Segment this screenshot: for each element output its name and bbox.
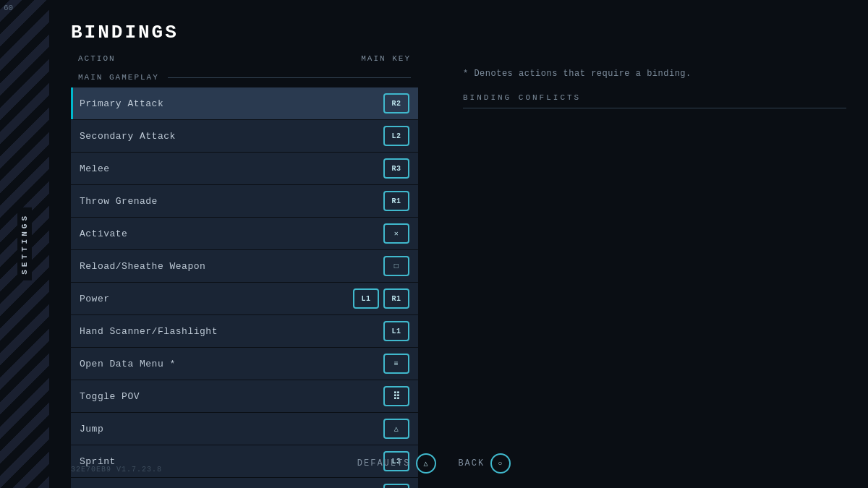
- key-badge-r1-power: R1: [383, 288, 409, 309]
- key-bindings-reload: □: [383, 256, 409, 276]
- section-header-main-gameplay: MAIN GAMEPLAY: [71, 69, 418, 86]
- key-badge-r2: R2: [383, 93, 409, 114]
- key-badge-square: □: [383, 256, 409, 276]
- back-action: BACK ○: [458, 453, 511, 474]
- key-badge-l1-power: L1: [353, 288, 379, 309]
- settings-label-text: SETTINGS: [17, 207, 32, 281]
- key-bindings-activate: ✕: [383, 223, 409, 244]
- action-label-primary-attack: Primary Attack: [80, 98, 163, 109]
- key-bindings-secondary-attack: L2: [383, 126, 409, 146]
- key-bindings-power: L1 R1: [353, 288, 409, 309]
- action-label-secondary-attack: Secondary Attack: [80, 131, 176, 142]
- key-bindings-jump: △: [383, 419, 409, 439]
- action-label-toggle-pov: Toggle POV: [80, 391, 140, 402]
- back-key-badge[interactable]: ○: [490, 453, 511, 474]
- action-label-throw-grenade: Throw Grenade: [80, 196, 158, 207]
- defaults-action: DEFAULTS △: [357, 453, 437, 474]
- binding-conflicts-header: BINDING CONFLICTS: [463, 93, 846, 102]
- left-panel: ACTION MAIN KEY MAIN GAMEPLAY Primary At…: [71, 54, 418, 488]
- key-badge-pov: ⠿: [383, 386, 409, 406]
- settings-sidebar: SETTINGS: [0, 0, 49, 488]
- column-headers: ACTION MAIN KEY: [71, 54, 418, 63]
- binding-hint-text: * Denotes actions that require a binding…: [463, 69, 846, 79]
- action-label-hand-scanner: Hand Scanner/Flashlight: [80, 326, 218, 337]
- binding-row-data-menu[interactable]: Open Data Menu * ≡: [71, 348, 418, 380]
- conflicts-divider: [463, 108, 846, 108]
- key-bindings-throw-grenade: R1: [383, 191, 409, 211]
- key-badge-l1-scanner: L1: [383, 321, 409, 341]
- action-label-data-menu: Open Data Menu *: [80, 359, 176, 369]
- action-column-header: ACTION: [78, 54, 116, 63]
- bottom-bar: DEFAULTS △ BACK ○: [0, 453, 868, 474]
- defaults-key-badge[interactable]: △: [416, 453, 436, 474]
- section-divider: [168, 77, 411, 78]
- back-label: BACK: [458, 458, 485, 468]
- page-title: BINDINGS: [71, 22, 839, 43]
- mainkey-column-header: MAIN KEY: [361, 54, 411, 63]
- section-label: MAIN GAMEPLAY: [78, 73, 159, 82]
- key-bindings-primary-attack: R2: [383, 93, 409, 114]
- key-badge-circle: ○: [383, 484, 409, 488]
- binding-row-throw-grenade[interactable]: Throw Grenade R1: [71, 185, 418, 217]
- key-bindings-data-menu: ≡: [383, 354, 409, 374]
- binding-row-reload[interactable]: Reload/Sheathe Weapon □: [71, 250, 418, 282]
- key-bindings-melee: R3: [383, 158, 409, 179]
- binding-row-power[interactable]: Power L1 R1: [71, 283, 418, 314]
- key-badge-menu: ≡: [383, 354, 409, 374]
- binding-row-melee[interactable]: Melee R3: [71, 153, 418, 184]
- right-panel: * Denotes actions that require a binding…: [463, 69, 846, 108]
- action-label-power: Power: [80, 294, 110, 304]
- defaults-label: DEFAULTS: [357, 458, 411, 468]
- key-bindings-hand-scanner: L1: [383, 321, 409, 341]
- binding-row-jump[interactable]: Jump △: [71, 413, 418, 445]
- action-label-activate: Activate: [80, 228, 127, 239]
- binding-row-toggle-pov[interactable]: Toggle POV ⠿: [71, 380, 418, 412]
- key-bindings-sneak: ○: [383, 484, 409, 488]
- key-badge-l2: L2: [383, 126, 409, 146]
- binding-row-sneak[interactable]: Sneak ○: [71, 478, 418, 488]
- key-badge-r1-grenade: R1: [383, 191, 409, 211]
- binding-row-primary-attack[interactable]: Primary Attack R2: [71, 87, 418, 119]
- key-badge-triangle: △: [383, 419, 409, 439]
- key-badge-x: ✕: [383, 223, 409, 244]
- action-label-reload: Reload/Sheathe Weapon: [80, 261, 205, 272]
- binding-row-activate[interactable]: Activate ✕: [71, 218, 418, 249]
- action-label-jump: Jump: [80, 424, 103, 435]
- key-badge-r3: R3: [383, 158, 409, 179]
- binding-row-secondary-attack[interactable]: Secondary Attack L2: [71, 120, 418, 152]
- action-label-melee: Melee: [80, 163, 110, 174]
- binding-row-hand-scanner[interactable]: Hand Scanner/Flashlight L1: [71, 315, 418, 347]
- key-bindings-toggle-pov: ⠿: [383, 386, 409, 406]
